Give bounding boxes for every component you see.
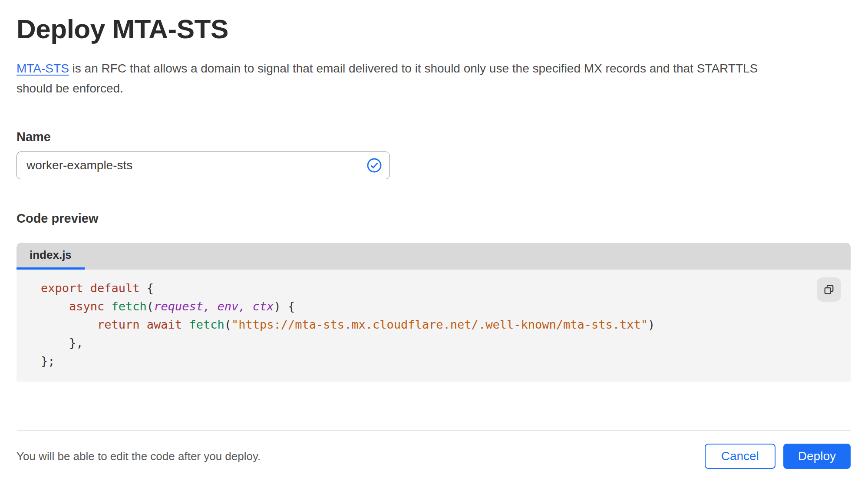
mta-sts-link[interactable]: MTA-STS: [17, 62, 69, 75]
check-circle-icon: [366, 158, 382, 173]
footer-divider: [17, 430, 851, 431]
deploy-mta-sts-page: Deploy MTA-STS MTA-STS is an RFC that al…: [0, 0, 868, 494]
name-input-wrapper: [17, 151, 390, 179]
footer-note: You will be able to edit the code after …: [17, 450, 261, 463]
footer-bar: You will be able to edit the code after …: [17, 444, 851, 469]
code-preview-label: Code preview: [17, 211, 851, 226]
tab-index-js[interactable]: index.js: [17, 243, 85, 270]
code-area: export default { async fetch(request, en…: [17, 270, 851, 382]
description-line2: should be enforced.: [17, 82, 123, 95]
copy-icon: [822, 283, 835, 296]
name-label: Name: [17, 129, 851, 145]
description: MTA-STS is an RFC that allows a domain t…: [17, 59, 851, 99]
footer-actions: Cancel Deploy: [705, 444, 851, 469]
code-tab-bar: index.js: [17, 243, 851, 270]
deploy-button[interactable]: Deploy: [783, 444, 851, 469]
description-line1: is an RFC that allows a domain to signal…: [69, 62, 758, 75]
code-lines: export default { async fetch(request, en…: [17, 279, 851, 370]
name-input[interactable]: [17, 151, 390, 179]
code-preview-card: index.js export default { async fetch(re…: [17, 243, 851, 382]
cancel-button[interactable]: Cancel: [705, 444, 776, 469]
page-title: Deploy MTA-STS: [17, 14, 851, 44]
copy-code-button[interactable]: [817, 277, 841, 302]
